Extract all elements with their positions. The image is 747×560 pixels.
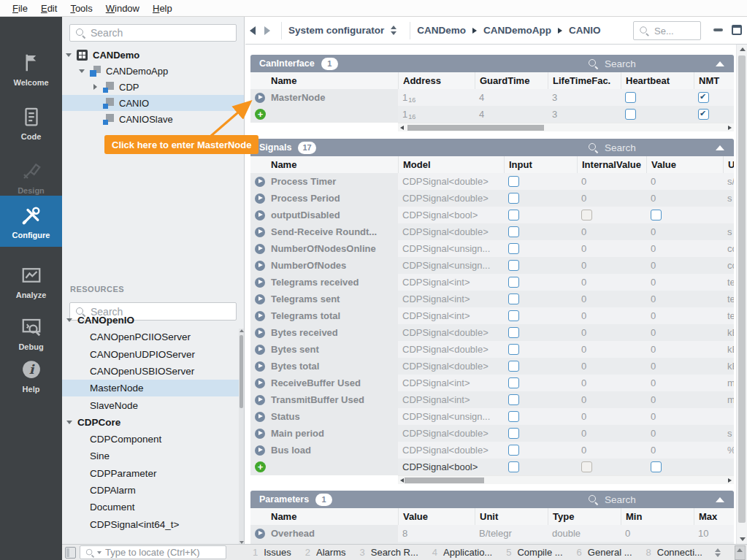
pane-spinner-icon[interactable] xyxy=(715,548,721,557)
resource-item-canopenusbioserver[interactable]: CANOpenUSBIOServer xyxy=(62,363,239,380)
column-header-address[interactable]: Address xyxy=(398,72,475,89)
table-row[interactable]: NumberOfNodesCDPSignal<unsign...00co xyxy=(250,257,734,274)
view-selector[interactable]: System configurator xyxy=(288,25,384,36)
checkbox-unchecked[interactable] xyxy=(508,310,519,321)
scroll-down-icon[interactable] xyxy=(740,537,746,541)
table-row[interactable]: TransmitBuffer UsedCDPSignal<int>00m xyxy=(250,391,734,408)
scroll-left-icon[interactable] xyxy=(400,478,404,483)
pane-tab-general[interactable]: 6General ... xyxy=(577,547,632,558)
horizontal-scrollbar[interactable] xyxy=(398,475,734,484)
checkbox-unchecked[interactable] xyxy=(508,176,519,187)
checkbox-unchecked[interactable] xyxy=(508,327,519,338)
table-row[interactable]: Bus loadCDPSignal<double>00% xyxy=(250,442,734,459)
add-row[interactable]: +11643 xyxy=(250,106,734,123)
menu-window[interactable]: Window xyxy=(99,1,146,15)
expand-row-icon[interactable] xyxy=(255,429,265,439)
scrollbar-thumb[interactable] xyxy=(738,55,746,523)
expand-row-icon[interactable] xyxy=(255,277,265,288)
checkbox-unchecked[interactable] xyxy=(508,294,519,304)
resource-item-document[interactable]: Document xyxy=(62,499,239,515)
checkbox-unchecked[interactable] xyxy=(508,344,519,355)
column-header-heartbeat[interactable]: Heartbeat xyxy=(621,72,694,89)
checkbox-unchecked[interactable] xyxy=(508,428,519,439)
column-header-guardtime[interactable]: GuardTime xyxy=(475,72,548,89)
add-row-button[interactable]: + xyxy=(255,109,266,120)
scrollbar-thumb[interactable] xyxy=(407,125,544,131)
checkbox-checked[interactable] xyxy=(698,92,709,103)
column-header-internalvalue[interactable]: InternalValue xyxy=(577,156,646,173)
checkbox-unchecked[interactable] xyxy=(508,210,519,220)
can-interface-header[interactable]: CanInterface 1 Search xyxy=(250,55,734,72)
checkbox-unchecked[interactable] xyxy=(508,461,519,472)
expand-row-icon[interactable] xyxy=(255,395,265,405)
pane-tab-searchr[interactable]: 3Search R... xyxy=(360,547,418,558)
locator[interactable] xyxy=(80,545,226,559)
tree-item-canioslave[interactable]: CANIOSlave xyxy=(62,111,244,127)
resource-item-cdpalarm[interactable]: CDPAlarm xyxy=(62,482,239,499)
column-header-name[interactable]: Name xyxy=(250,156,398,173)
expand-row-icon[interactable] xyxy=(255,93,265,103)
table-row[interactable]: Main periodCDPSignal<double>00s xyxy=(250,425,734,442)
menu-file[interactable]: File xyxy=(6,1,34,15)
menu-help[interactable]: Help xyxy=(146,1,179,15)
resource-item-cdpsignal-int64-t-[interactable]: CDPSignal<int64_t> xyxy=(62,516,239,533)
mode-code[interactable]: Code xyxy=(0,97,62,148)
mode-configure[interactable]: Configure xyxy=(0,196,62,247)
scroll-up-icon[interactable] xyxy=(740,47,746,51)
pane-tab-compile[interactable]: 5Compile ... xyxy=(506,547,562,558)
project-search-input[interactable] xyxy=(91,27,231,39)
section-search[interactable]: Search xyxy=(588,55,636,72)
column-header-min[interactable]: Min xyxy=(621,508,694,525)
expand-row-icon[interactable] xyxy=(255,361,265,372)
table-row[interactable]: Process TimerCDPSignal<double>00s/ xyxy=(250,173,734,190)
expand-row-icon[interactable] xyxy=(255,311,265,321)
mode-help[interactable]: iHelp xyxy=(0,350,62,401)
add-row[interactable]: +CDPSignal<bool> xyxy=(250,459,734,475)
expand-row-icon[interactable] xyxy=(255,345,265,355)
checkbox-unchecked[interactable] xyxy=(508,260,519,271)
maximize-icon[interactable] xyxy=(732,25,742,35)
expand-arrow-icon[interactable] xyxy=(92,84,99,91)
collapse-icon[interactable] xyxy=(716,61,724,66)
table-row[interactable]: Send-Receive Roundt...CDPSignal<double>0… xyxy=(250,223,734,240)
collapse-arrow-icon[interactable] xyxy=(79,68,85,74)
column-header-nmt[interactable]: NMT xyxy=(694,72,734,89)
collapse-arrow-icon[interactable] xyxy=(66,317,73,323)
menu-edit[interactable]: Edit xyxy=(34,1,64,15)
table-row[interactable]: ReceiveBuffer UsedCDPSignal<int>00m xyxy=(250,375,734,391)
signals-header[interactable]: Signals 17 Search xyxy=(250,139,734,156)
back-icon[interactable] xyxy=(249,26,256,35)
table-row[interactable]: Bytes receivedCDPSignal<double>00kB xyxy=(250,324,734,341)
column-header-unit[interactable]: Unit xyxy=(723,156,734,173)
table-row[interactable]: Overhead8B/telegrdouble010 xyxy=(250,525,734,542)
expand-row-icon[interactable] xyxy=(255,177,265,187)
collapse-arrow-icon[interactable] xyxy=(66,52,72,58)
tree-item-canio[interactable]: CANIO xyxy=(62,95,244,111)
column-header-name[interactable]: Name xyxy=(250,508,398,525)
forward-icon[interactable] xyxy=(264,26,271,35)
breadcrumb-item-canio[interactable]: CANIO xyxy=(569,25,601,36)
table-row[interactable]: outputDisabledCDPSignal<bool> xyxy=(250,207,734,223)
expand-row-icon[interactable] xyxy=(255,529,265,539)
expand-row-icon[interactable] xyxy=(255,294,265,304)
expand-row-icon[interactable] xyxy=(255,261,265,271)
horizontal-scrollbar[interactable] xyxy=(398,123,734,131)
tree-item-candemoapp[interactable]: CANDemoApp xyxy=(62,63,244,79)
column-header-value[interactable]: Value xyxy=(646,156,723,173)
configurator-search[interactable] xyxy=(633,21,701,40)
expand-row-icon[interactable] xyxy=(255,227,265,237)
collapse-icon[interactable] xyxy=(716,145,724,150)
scrollbar-thumb[interactable] xyxy=(240,335,243,408)
resource-item-cdpcore[interactable]: CDPCore xyxy=(62,414,239,431)
column-header-lifetimefac-[interactable]: LifeTimeFac. xyxy=(548,72,621,89)
column-header-value[interactable]: Value xyxy=(398,508,475,525)
table-row[interactable]: Telegrams sentCDPSignal<int>00te xyxy=(250,291,734,307)
add-row-button[interactable]: + xyxy=(255,461,266,472)
table-row[interactable]: Telegrams receivedCDPSignal<int>00te xyxy=(250,274,734,291)
checkbox-unchecked[interactable] xyxy=(508,411,519,422)
column-header-unit[interactable]: Unit xyxy=(475,508,548,525)
pane-tab-connecti[interactable]: 8Connecti... xyxy=(646,547,702,558)
mode-analyze[interactable]: Analyze xyxy=(0,256,62,307)
column-header-model[interactable]: Model xyxy=(398,156,504,173)
checkbox-unchecked[interactable] xyxy=(508,394,519,405)
